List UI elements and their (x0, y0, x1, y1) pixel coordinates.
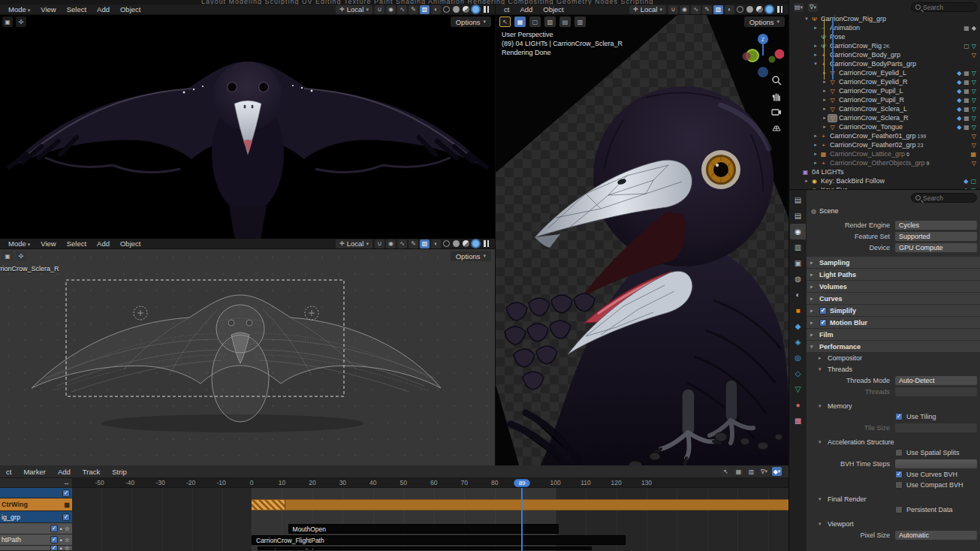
object-data-icon[interactable]: ▽ (790, 381, 806, 397)
select-tool-icon[interactable]: ↖ (499, 17, 511, 27)
editor-type-icon[interactable]: ▤▾ (794, 3, 804, 12)
nla-menu-add[interactable]: Add (52, 468, 77, 476)
data2-icon[interactable]: ▢ (963, 43, 969, 50)
outliner-search-input[interactable] (923, 4, 971, 11)
xray-toggle-icon[interactable]: ▧ (713, 5, 723, 14)
shading-material-icon[interactable] (463, 6, 469, 13)
menu-view[interactable]: View (35, 239, 61, 248)
menu-add[interactable]: Add (92, 239, 115, 248)
panel-acceleration-structure[interactable]: ▾Acceleration Structure (807, 437, 980, 447)
menu-ct[interactable]: ct (499, 5, 514, 14)
outliner-row-animation[interactable]: ▸~Animation▦◆ (789, 23, 980, 32)
expand-toggle-icon[interactable]: ▸ (803, 178, 810, 184)
overlays-icon[interactable]: ◐ (725, 5, 734, 14)
expand-toggle-icon[interactable]: ▸ (821, 115, 828, 121)
meshdata-icon[interactable]: ▽ (972, 115, 976, 122)
overlays-icon[interactable]: ◐ (431, 239, 441, 248)
wrench-icon[interactable]: ◆ (957, 124, 961, 131)
playhead-line[interactable] (521, 488, 523, 551)
shading-solid-icon[interactable] (453, 240, 460, 247)
outliner-row-carrioncrow-body-grp[interactable]: ▸+CarrionCrow_Body_grp▽ (789, 50, 980, 59)
checkbox[interactable]: ✓ (895, 471, 903, 478)
expand-toggle-icon[interactable]: ▾ (812, 61, 819, 67)
track-item[interactable]: ✓▪☆ (0, 546, 72, 551)
modifiers-icon[interactable]: ◆ (790, 318, 806, 334)
meshdata-icon[interactable]: ▽ (972, 70, 976, 77)
track-enable-checkbox[interactable]: ✓ (50, 525, 58, 532)
outliner-row-carrioncrow-feather02-grp[interactable]: ▸+CarrionCrow_Feather02_grp23▽ (789, 140, 980, 149)
nla-lanes[interactable]: MouthOpenCarrionCrow_FlightPathCarrionCr… (0, 488, 789, 551)
nla-menu-ct[interactable]: ct (0, 468, 17, 476)
perspective-grid-icon[interactable] (771, 122, 782, 133)
options-dropdown[interactable]: Options▾ (744, 17, 785, 27)
track-enable-checkbox[interactable]: ✓ (62, 489, 70, 497)
options-dropdown[interactable]: Options▾ (451, 251, 491, 261)
expand-toggle-icon[interactable]: ▸ (821, 88, 828, 94)
cursor-tool-icon[interactable]: ▤ (559, 17, 571, 27)
panel-curves[interactable]: ▸Curves (807, 293, 980, 304)
wrench-icon[interactable]: ◆ (957, 88, 961, 95)
wrench-icon[interactable]: ◆ (957, 79, 961, 86)
expand-toggle-icon[interactable]: ▸ (812, 160, 819, 166)
strip-ctrwing-strip[interactable] (252, 499, 789, 510)
snapping-icon[interactable]: ∪ (668, 5, 678, 14)
mod-icon[interactable]: ▦ (963, 97, 969, 104)
shading-material-icon[interactable] (756, 6, 763, 13)
prop-value-field[interactable] (895, 459, 977, 468)
shading-wireframe-icon[interactable] (443, 240, 450, 247)
meshdata-icon[interactable]: ▽ (972, 79, 976, 86)
expand-toggle-icon[interactable]: ▾ (803, 16, 810, 22)
outliner-editor[interactable]: ▤▾ ∇▾ ▾ΨCarrionCrow_Rig_grp▸~Animation▦◆… (789, 0, 980, 190)
wrench-icon[interactable]: ◆ (957, 106, 961, 113)
panel-checkbox[interactable]: ✓ (819, 319, 827, 327)
track-enable-checkbox[interactable]: ✓ (50, 536, 58, 543)
snapping-icon[interactable]: ◆▾ (772, 467, 782, 476)
physics-icon[interactable]: ◎ (790, 350, 806, 366)
menu-object[interactable]: Object (538, 5, 568, 14)
panel-performance[interactable]: ▾Performance (807, 341, 980, 352)
panel-light-paths[interactable]: ▸Light Paths (807, 269, 980, 280)
checkbox[interactable]: ✓ (895, 413, 903, 420)
outliner-row-key-backbird-follow[interactable]: ▸◉Key: BackBird Follow◆▢ (789, 176, 980, 185)
meshtri-icon[interactable]: ▽ (972, 142, 976, 149)
lattice-icon[interactable]: ▦ (970, 151, 976, 158)
shading-rendered-icon[interactable] (766, 6, 773, 13)
prop-value-dropdown[interactable]: Supported (895, 232, 977, 241)
meshdata-icon[interactable]: ▽ (972, 43, 976, 50)
nla-menu-strip[interactable]: Strip (106, 468, 133, 476)
expand-toggle-icon[interactable]: ▸ (812, 151, 819, 157)
camera-view-icon[interactable] (771, 107, 782, 117)
action3-icon[interactable]: ◆ (972, 25, 976, 32)
outliner-row-carrioncrow-eyelid-r[interactable]: ▸▽CarrionCrow_Eyelid_R◆▦▽ (789, 77, 980, 86)
expand-toggle-icon[interactable]: ▸ (812, 133, 819, 139)
expand-toggle-icon[interactable]: ▸ (821, 106, 828, 112)
shading-wireframe-icon[interactable] (443, 6, 450, 13)
strip-carrioncrow-flight01[interactable]: CarrionCrow_Flight01 (258, 546, 592, 550)
annotate-icon[interactable]: ✎ (702, 5, 712, 14)
prop-value-dropdown[interactable]: Cycles (895, 221, 977, 230)
panel-threads[interactable]: ▾Threads (807, 364, 980, 375)
editor-type-icon[interactable]: ▤ (790, 192, 806, 208)
outliner-row-carrioncrow-eyelid-l[interactable]: ▸▽CarrionCrow_Eyelid_L◆▦▽ (789, 68, 980, 77)
measure-tool-icon[interactable]: ▥ (574, 17, 586, 27)
track-enable-checkbox[interactable]: ✓ (50, 546, 58, 551)
menu-object[interactable]: Object (115, 239, 146, 248)
outliner-row-carrioncrow-pupil-r[interactable]: ▸▽CarrionCrow_Pupil_R◆▦▽ (789, 95, 980, 104)
transform-orientation-dropdown[interactable]: ✛Local▾ (336, 239, 372, 248)
panel-checkbox[interactable]: ✓ (819, 307, 827, 315)
world-properties-icon[interactable]: ◐ (790, 287, 806, 303)
panel-compositor[interactable]: ▸Compositor (807, 353, 980, 363)
meshdata-icon[interactable]: ▽ (972, 124, 976, 131)
menu-view[interactable]: View (35, 5, 61, 14)
annotate-icon[interactable]: ✎ (409, 5, 418, 14)
proportional-editing-icon[interactable]: ◉ (386, 239, 396, 248)
mod-icon[interactable]: ▦ (963, 106, 969, 113)
options-dropdown[interactable]: Options▾ (451, 17, 491, 27)
viewport-front-render[interactable]: Mode ▾ViewSelectAddObject✛Local▾∪◉∿✎▧◐ ▣… (0, 5, 496, 239)
box-select-icon[interactable]: ▦ (734, 467, 743, 476)
annotate-icon[interactable]: ✎ (409, 239, 418, 248)
panel-film[interactable]: ▸Film (807, 329, 980, 340)
expand-toggle-icon[interactable]: ▸ (812, 52, 819, 58)
solo-star-icon[interactable]: ☆ (65, 546, 70, 551)
meshtri-icon[interactable]: ▽ (972, 52, 976, 59)
